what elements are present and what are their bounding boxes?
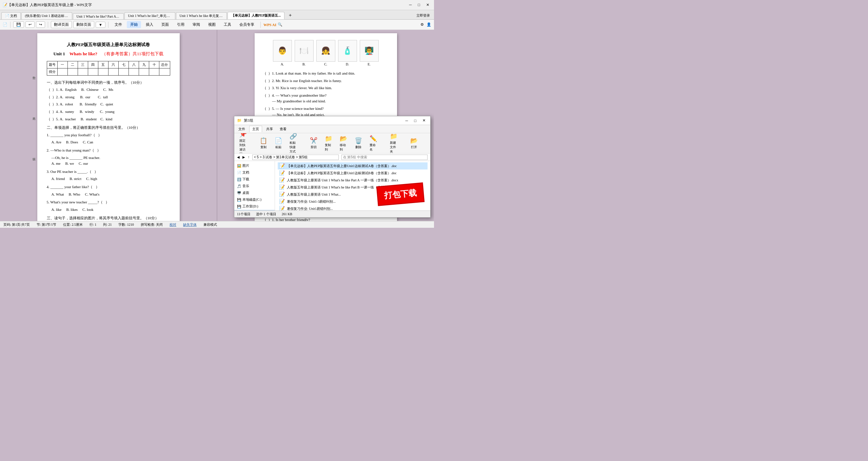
tab-4[interactable]: Unit 1 What's he like 单元复习学案	[176, 12, 227, 19]
red-stamp[interactable]: 打包下载	[376, 182, 425, 206]
ribbon-review[interactable]: 审阅	[189, 21, 203, 28]
ribbon-page[interactable]: 页面	[158, 21, 172, 28]
settings-icon[interactable]: ⚙	[420, 22, 424, 27]
q2-4-b: B. Who	[69, 192, 80, 198]
q2-3-c: C. high	[86, 176, 97, 182]
window-controls[interactable]: ─ □ ✕	[407, 3, 431, 7]
file-item-7[interactable]: 📝 暑假复习作业: Unit1易错纠别...	[278, 205, 428, 211]
ribbon-selectall-btn[interactable]: ☑️ 全部选择	[428, 133, 430, 154]
sidebar-desktop[interactable]: 🖥️桌面	[234, 189, 275, 196]
q2-5-a: A. like	[52, 207, 62, 213]
fw-maximize[interactable]: □	[412, 119, 418, 123]
score-header-6: 六	[108, 61, 118, 68]
q1-5: （ ）5. A. teacher B. student C. kind	[47, 116, 170, 122]
file-item-2[interactable]: 📝 【单元达标】人教PEP版英语五年级上册Unit1达标测试B卷（含答案）.do…	[278, 169, 428, 177]
ribbon-open-btn[interactable]: 📂 打开	[408, 135, 420, 151]
new-tab-button[interactable]: ＋	[285, 11, 295, 19]
subtitle-main: Whats he like?	[70, 51, 101, 56]
section2-questions: 1. _______ you play football?（ ） A. Are …	[47, 132, 170, 213]
status-font[interactable]: 缺失字体	[183, 222, 197, 227]
file-item-1[interactable]: 📝 【单元达标】人教PEP版英语五年级上册Unit1达标测试A卷（含答案）.do…	[278, 162, 428, 169]
file-sidebar: 🖼️图片 📄文档 ⬇️下载 🎵音乐 🖥️桌面 💾本	[234, 161, 275, 211]
tab-2[interactable]: Unit 1 What's he like? Part A Le...	[73, 13, 124, 19]
score-header-0: 题号	[47, 61, 57, 68]
status-bar: 页码: 第1页/共7页 节: 第1节/1节 位置: 2.5厘米 行: 1 列: …	[0, 221, 434, 228]
score-header-5: 五	[98, 61, 108, 68]
address-input[interactable]	[252, 155, 339, 160]
tab-1[interactable]: (快乐暑假) Unit 1 基础达标卷 小...	[21, 12, 72, 19]
score-row-1	[57, 68, 67, 75]
illus-A: 👨 A.	[273, 40, 292, 67]
ftab-share[interactable]: 共享	[263, 126, 276, 132]
sidebar-downloads[interactable]: ⬇️下载	[234, 176, 275, 183]
ftab-file[interactable]: 文件	[236, 126, 248, 132]
undo-btn[interactable]: ↩	[25, 21, 35, 28]
addr-forward-btn[interactable]: ▶	[242, 155, 245, 159]
file-icon-7: 📝	[279, 206, 285, 211]
ribbon-cut-btn[interactable]: ✂️ 剪切	[308, 135, 320, 151]
ribbon-pin-btn[interactable]: 📌 固定到快速访问	[237, 133, 249, 154]
format-btn[interactable]: ▼	[96, 22, 105, 28]
ribbon-start[interactable]: 开始	[127, 21, 141, 28]
status-check[interactable]: 校对	[170, 222, 176, 227]
sidebar-pictures[interactable]: 🖼️图片	[234, 162, 275, 169]
login-btn[interactable]: 立即登录	[414, 12, 433, 19]
illus-C: 👧 C.	[316, 40, 335, 67]
q2-4-a: A. What	[52, 192, 64, 198]
ribbon-newfolder-btn[interactable]: 📁 新建文件夹	[388, 133, 400, 154]
ribbon-copy-btn[interactable]: 📋 复制	[257, 135, 270, 151]
sidebar-documents[interactable]: 📄文档	[234, 169, 275, 176]
pin-icon: 📌	[239, 133, 247, 138]
ribbon-rename-btn[interactable]: ✏️ 重命名	[367, 133, 379, 154]
status-page: 页码: 第1页/共7页	[3, 222, 30, 227]
ribbon-member[interactable]: 会员专享	[236, 21, 258, 28]
search-icon[interactable]: 🔍	[278, 22, 282, 27]
section1-questions: （ ）1. A. English B. Chinese C. Ms （ ）2. …	[47, 87, 170, 122]
ribbon-ref[interactable]: 引用	[174, 21, 188, 28]
wps-ai-btn[interactable]: WPS AI	[263, 23, 276, 27]
score-header-1: 一	[57, 61, 67, 68]
redo-btn[interactable]: ↪	[36, 21, 45, 28]
ribbon-paste-shortcut-btn[interactable]: 🔗 粘贴快捷方式	[287, 133, 299, 154]
newfolder-icon: 📁	[390, 133, 397, 140]
q1-1: （ ）1. A. English B. Chinese C. Ms	[47, 87, 170, 93]
ftab-view[interactable]: 查看	[277, 126, 289, 132]
file-window-icon: 📁	[237, 118, 242, 123]
lq4: （ ）4. — What's your grandmother like? — …	[263, 93, 389, 104]
drive-c-icon: 💾	[237, 198, 241, 202]
ribbon-paste-btn[interactable]: 📄 粘贴	[272, 135, 284, 151]
q2-1-c: C. Can	[83, 139, 93, 145]
ribbon-file[interactable]: 文件	[111, 21, 125, 28]
tab-3[interactable]: Unit 1 What's he like?_单元巩固复...	[124, 12, 175, 19]
title-bar: 📝 【单元达标】人教PEP版英语五年级上册 - WPS文字 ─ □ ✕	[0, 0, 434, 10]
ribbon-insert[interactable]: 插入	[142, 21, 157, 28]
ftab-home[interactable]: 主页	[249, 126, 262, 132]
ribbon-tools[interactable]: 工具	[220, 21, 235, 28]
ribbon-view[interactable]: 视图	[205, 21, 219, 28]
user-icon[interactable]: 👤	[427, 22, 431, 27]
ribbon-copyto-btn[interactable]: 📁 复制到	[322, 133, 335, 154]
sidebar-drive-d[interactable]: 💾工作室(D:)	[234, 203, 275, 210]
translate-page-btn[interactable]: 翻译页面	[51, 21, 72, 28]
q2-1-b: B. Does	[66, 139, 78, 145]
ribbon: 文件 开始 插入 页面 引用 审阅 视图 工具 会员专享 WPS AI 🔍	[111, 21, 282, 28]
fw-minimize[interactable]: ─	[403, 119, 410, 123]
fw-close[interactable]: ✕	[420, 118, 428, 123]
tab-5[interactable]: 【单元达标】人教PEP版英语五...	[228, 12, 284, 19]
tab-0[interactable]: 📄 文档	[1, 12, 21, 19]
file-selected-info: 选中 1 个项目	[256, 212, 276, 217]
file-item-3[interactable]: 📝 人教版五年级上册英语 Unit 1 What's he like Part …	[278, 177, 428, 184]
q2-3: 3. Our PE teacher is _____.（ ） A. friend…	[47, 169, 170, 182]
unit-label: Unit 1	[53, 51, 68, 56]
search-input[interactable]	[341, 155, 428, 160]
file-count: 11个项目	[237, 212, 251, 217]
addr-back-btn[interactable]: ◀	[237, 155, 240, 159]
q2-3-b: B. strict	[70, 176, 81, 182]
addr-up-btn[interactable]: ↑	[248, 155, 250, 159]
save-btn[interactable]: 💾	[13, 21, 24, 28]
sidebar-drive-c[interactable]: 💾本地磁盘(C:)	[234, 196, 275, 203]
delete-page-btn[interactable]: 删除页面	[73, 21, 94, 28]
ribbon-delete-btn[interactable]: 🗑️ 删除	[352, 135, 364, 151]
sidebar-music[interactable]: 🎵音乐	[234, 183, 275, 189]
ribbon-moveto-btn[interactable]: 📂 移动到	[337, 133, 350, 154]
